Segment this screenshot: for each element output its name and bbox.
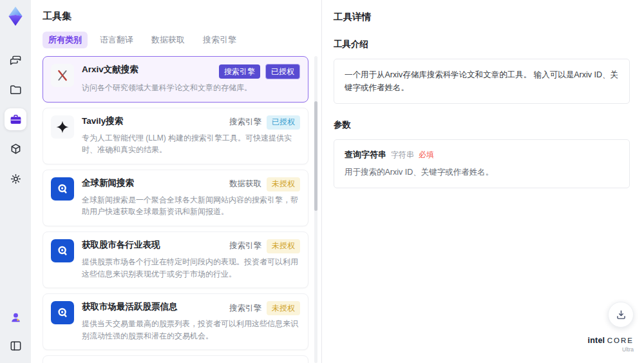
cube-icon xyxy=(9,142,23,156)
params-section-title: 参数 xyxy=(334,119,630,131)
tool-auth-badge: 已授权 xyxy=(267,115,300,130)
category-tab[interactable]: 所有类别 xyxy=(43,32,88,48)
sidebar-item-folder[interactable] xyxy=(5,79,26,101)
sidebar-item-collapse-panel[interactable] xyxy=(5,335,26,357)
tool-card[interactable]: Arxiv文献搜索 搜索引擎 已授权 访问各个研究领域大量科学论文和文章的存储库… xyxy=(43,56,308,103)
sidebar-item-cube[interactable] xyxy=(5,138,26,160)
scrollbar[interactable] xyxy=(314,56,317,363)
tool-auth-badge: 未授权 xyxy=(267,177,300,191)
category-tabs: 所有类别语言翻译数据获取搜索引擎 xyxy=(43,32,321,48)
tool-card[interactable]: 万维地区新闻查询 搜索引擎 未授权 查询具体行政区划内的新闻，快速了解各地新闻动… xyxy=(43,355,308,363)
tool-detail-pane: 工具详情 工具介绍 一个用于从Arxiv存储库搜索科学论文和文章的工具。 输入可… xyxy=(322,0,644,363)
tool-name: 获取股市各行业表现 xyxy=(82,239,160,251)
collapse-panel-icon xyxy=(9,339,23,353)
tool-category-badge: 搜索引擎 xyxy=(229,240,261,251)
param-required-badge: 必填 xyxy=(419,150,434,161)
tool-list-pane: 工具集 所有类别语言翻译数据获取搜索引擎 Arxiv文献搜索 搜索引擎 已授权 … xyxy=(31,0,322,363)
tool-auth-badge: 未授权 xyxy=(267,239,300,253)
app-logo-icon[interactable] xyxy=(5,5,26,27)
chat-icon xyxy=(9,54,23,67)
sidebar-bottom xyxy=(5,306,26,357)
folder-icon xyxy=(9,83,23,97)
tool-auth-badge: 未授权 xyxy=(267,301,300,315)
sidebar-item-avatar[interactable] xyxy=(5,306,26,328)
sidebar-nav xyxy=(5,49,26,190)
tool-intro-text: 一个用于从Arxiv存储库搜索科学论文和文章的工具。 输入可以是Arxiv ID… xyxy=(345,68,619,94)
tavily-tool-icon xyxy=(51,115,74,139)
tool-category-badge: 数据获取 xyxy=(229,179,261,190)
param-type: 字符串 xyxy=(391,150,414,161)
sidebar-item-chat[interactable] xyxy=(5,49,26,71)
intel-core-logo: intel CORE Ultra xyxy=(588,337,634,353)
tool-card[interactable]: 获取市场最活跃股票信息 搜索引擎 未授权 提供当天交易量最高的股票列表，投资者可… xyxy=(43,293,308,350)
tool-category-badge: 搜索引擎 xyxy=(229,117,261,128)
sidebar xyxy=(0,0,31,363)
tool-auth-badge: 已授权 xyxy=(265,64,300,79)
download-icon xyxy=(615,309,627,321)
tool-description: 专为人工智能代理 (LLM) 构建的搜索引擎工具。可快速提供实时、准确和真实的结… xyxy=(82,132,300,156)
tool-name: Tavily搜索 xyxy=(82,115,123,127)
settings-icon xyxy=(9,172,23,186)
download-button[interactable] xyxy=(608,302,634,328)
tool-list: Arxiv文献搜索 搜索引擎 已授权 访问各个研究领域大量科学论文和文章的存储库… xyxy=(43,56,321,363)
toolbox-icon xyxy=(9,113,23,126)
param-description: 用于搜索的Arxiv ID、关键字或作者姓名。 xyxy=(345,166,619,179)
tool-description: 全球新闻搜索是一个聚合全球各大新闻网站内容的搜索引擎，帮助用户快速获取全球最新资… xyxy=(82,194,300,218)
tool-card[interactable]: Tavily搜索 搜索引擎 已授权 专为人工智能代理 (LLM) 构建的搜索引擎… xyxy=(43,108,308,164)
category-tab[interactable]: 语言翻译 xyxy=(94,32,139,48)
tool-name: Arxiv文献搜索 xyxy=(82,64,138,75)
app-root: 工具集 所有类别语言翻译数据获取搜索引擎 Arxiv文献搜索 搜索引擎 已授权 … xyxy=(0,0,644,363)
param-name: 查询字符串 xyxy=(345,149,386,161)
intro-section-title: 工具介绍 xyxy=(334,39,630,50)
tool-name: 获取市场最活跃股票信息 xyxy=(82,301,178,313)
arxiv-tool-icon xyxy=(51,64,74,87)
intel-wordmark: intel xyxy=(588,336,605,345)
tool-description: 提供股票市场各个行业在特定时间段内的表现。投资者可以利用这些信息来识别表现优于或… xyxy=(82,256,300,280)
sidebar-item-settings[interactable] xyxy=(5,168,26,190)
tool-cards: Arxiv文献搜索 搜索引擎 已授权 访问各个研究领域大量科学论文和文章的存储库… xyxy=(43,56,308,363)
tool-intro-box: 一个用于从Arxiv存储库搜索科学论文和文章的工具。 输入可以是Arxiv ID… xyxy=(334,59,630,104)
params-list: 查询字符串 字符串 必填 用于搜索的Arxiv ID、关键字或作者姓名。 xyxy=(334,139,630,188)
category-tab[interactable]: 数据获取 xyxy=(146,32,191,48)
scrollbar-thumb[interactable] xyxy=(314,101,317,211)
param-box: 查询字符串 字符串 必填 用于搜索的Arxiv ID、关键字或作者姓名。 xyxy=(334,139,630,188)
category-tab[interactable]: 搜索引擎 xyxy=(197,32,242,48)
page-title: 工具集 xyxy=(43,10,321,23)
tool-description: 提供当天交易量最高的股票列表，投资者可以利用这些信息来识别流动性强的股票和潜在的… xyxy=(82,318,300,342)
tool-card[interactable]: 获取股市各行业表现 搜索引擎 未授权 提供股票市场各个行业在特定时间段内的表现。… xyxy=(43,231,308,288)
tool-category-badge: 搜索引擎 xyxy=(229,303,261,314)
main-content: 工具集 所有类别语言翻译数据获取搜索引擎 Arxiv文献搜索 搜索引擎 已授权 … xyxy=(31,0,644,363)
tool-description: 访问各个研究领域大量科学论文和文章的存储库。 xyxy=(82,82,300,94)
tool-category-badge: 搜索引擎 xyxy=(219,64,260,79)
detail-pane-title: 工具详情 xyxy=(334,11,630,23)
sidebar-item-toolbox[interactable] xyxy=(5,108,26,130)
brand-sub-text: Ultra xyxy=(588,347,634,353)
tool-name: 全球新闻搜索 xyxy=(82,177,134,189)
blue-search-tool-icon xyxy=(51,177,74,201)
core-wordmark: CORE xyxy=(607,337,634,344)
avatar-icon xyxy=(9,311,23,324)
blue-search-tool-icon xyxy=(51,239,74,262)
blue-search-tool-icon xyxy=(51,301,74,324)
tool-card[interactable]: 全球新闻搜索 数据获取 未授权 全球新闻搜索是一个聚合全球各大新闻网站内容的搜索… xyxy=(43,170,308,226)
